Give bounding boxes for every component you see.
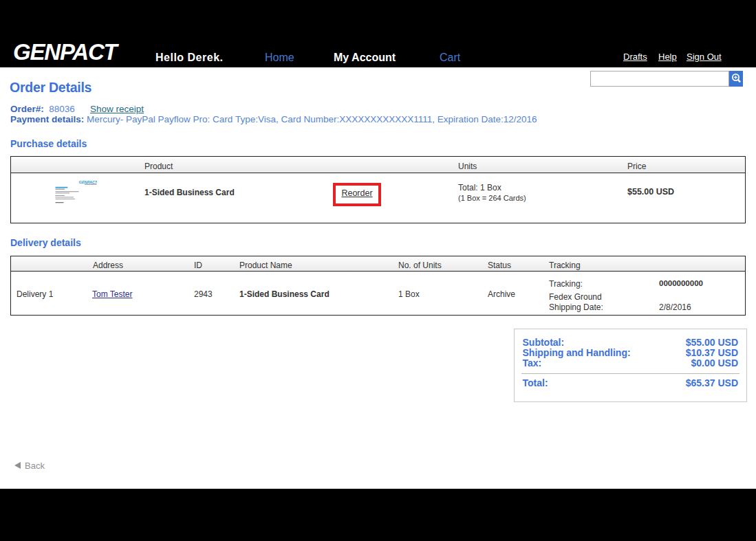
svg-text:GENPACT: GENPACT	[79, 180, 97, 184]
